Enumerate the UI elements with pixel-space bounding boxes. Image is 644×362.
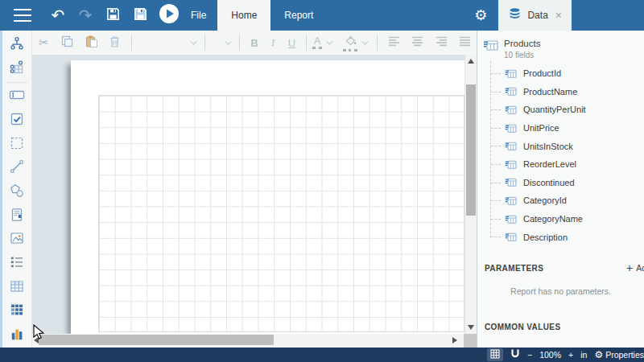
settings-gear-icon[interactable]: ⚙ xyxy=(474,6,487,24)
file-menu[interactable]: File xyxy=(191,10,206,21)
data-field-row[interactable]: CategoryId xyxy=(477,191,644,210)
common-values-section-title: COMMON VALUES xyxy=(485,323,560,331)
bold-button[interactable]: B xyxy=(245,37,263,49)
toolbox-line[interactable] xyxy=(5,156,29,180)
toolbox xyxy=(0,31,32,348)
align-right-icon xyxy=(436,35,448,50)
field-icon xyxy=(505,86,517,97)
save-as-button[interactable] xyxy=(126,0,154,31)
zoom-in-button[interactable]: + xyxy=(568,350,573,360)
data-field-row[interactable]: ProductName xyxy=(477,83,644,101)
align-center-button[interactable] xyxy=(408,32,427,53)
redo-button[interactable]: ↷ xyxy=(72,0,99,31)
field-icon xyxy=(505,159,517,170)
group-editor-button[interactable] xyxy=(5,57,29,81)
format-toolbar: ✂ B I U A xyxy=(32,31,477,55)
tablix-icon xyxy=(10,302,24,320)
data-tab-label: Data xyxy=(527,10,547,21)
snap-to-grid-toggle[interactable] xyxy=(510,348,520,362)
report-explorer-icon xyxy=(10,36,24,54)
field-icon xyxy=(505,232,517,242)
field-name: ProductId xyxy=(523,68,561,78)
main-menu-button[interactable] xyxy=(0,0,44,31)
fill-color-button[interactable] xyxy=(343,35,371,51)
properties-button[interactable]: ⚙ Properties xyxy=(594,349,644,360)
align-left-button[interactable] xyxy=(385,32,403,53)
horizontal-scrollbar[interactable] xyxy=(32,334,477,348)
data-panel-tab[interactable]: Data × xyxy=(498,0,572,31)
field-icon xyxy=(505,195,517,206)
toolbox-tablix[interactable] xyxy=(5,300,29,324)
undo-button[interactable]: ↶ xyxy=(44,0,72,31)
vertical-scroll-thumb[interactable] xyxy=(466,84,476,216)
data-field-row[interactable]: Discontinued xyxy=(477,174,644,192)
toolbox-table[interactable] xyxy=(5,276,29,300)
scroll-right-arrow[interactable] xyxy=(452,337,457,343)
delete-button[interactable] xyxy=(105,32,124,53)
toolbox-chart[interactable] xyxy=(5,323,29,348)
zoom-level-value: 100% xyxy=(539,350,561,360)
scroll-up-arrow[interactable] xyxy=(468,59,474,64)
save-button[interactable] xyxy=(99,0,126,31)
show-grid-toggle[interactable] xyxy=(487,348,503,361)
dataset-field-count: 10 fields xyxy=(504,51,540,60)
data-field-row[interactable]: ReorderLevel xyxy=(477,155,644,174)
data-field-row[interactable]: Description xyxy=(477,228,644,246)
toolbox-image[interactable] xyxy=(5,228,29,252)
design-canvas[interactable] xyxy=(32,55,477,334)
add-parameter-button[interactable]: + Add xyxy=(626,261,644,274)
tab-report[interactable]: Report xyxy=(270,0,327,31)
container-icon xyxy=(10,136,24,154)
horizontal-scroll-thumb[interactable] xyxy=(39,335,274,345)
copy-button[interactable] xyxy=(58,32,76,53)
toolbar-separator xyxy=(239,35,240,51)
dataset-node-products[interactable]: Products 10 fields xyxy=(477,31,644,63)
toolbox-checkbox[interactable] xyxy=(5,109,29,133)
design-grid[interactable] xyxy=(98,95,464,332)
field-icon xyxy=(505,214,517,224)
field-name: CategoryName xyxy=(523,214,583,224)
zoom-out-button[interactable]: − xyxy=(527,350,532,360)
grid-icon xyxy=(490,348,500,362)
data-field-row[interactable]: UnitsInStock xyxy=(477,137,644,155)
report-page[interactable] xyxy=(71,60,464,334)
data-field-row[interactable]: QuantityPerUnit xyxy=(477,101,644,119)
data-field-row[interactable]: UnitPrice xyxy=(477,119,644,138)
font-size-select[interactable] xyxy=(210,33,234,52)
hamburger-menu-icon xyxy=(14,14,31,16)
line-icon xyxy=(10,159,24,177)
close-data-tab-icon[interactable]: × xyxy=(554,9,564,22)
toolbox-container[interactable] xyxy=(5,133,29,157)
data-field-row[interactable]: ProductId xyxy=(477,64,644,83)
field-icon xyxy=(505,177,517,187)
font-family-select[interactable] xyxy=(137,33,200,52)
toolbar-separator xyxy=(131,35,132,51)
underline-button[interactable]: U xyxy=(283,37,301,49)
data-field-row[interactable]: CategoryName xyxy=(477,210,644,228)
save-as-icon xyxy=(133,6,148,25)
toolbox-list[interactable] xyxy=(5,252,29,276)
scroll-down-arrow[interactable] xyxy=(468,325,474,330)
paste-button[interactable] xyxy=(81,32,100,53)
preview-button[interactable] xyxy=(159,0,180,31)
shape-icon xyxy=(10,183,24,201)
align-right-button[interactable] xyxy=(432,32,451,53)
font-color-button[interactable]: A xyxy=(312,36,336,49)
field-icon xyxy=(505,123,517,134)
chart-icon xyxy=(10,327,24,344)
report-explorer-button[interactable] xyxy=(5,33,29,57)
toolbox-textbox[interactable] xyxy=(5,84,29,109)
toolbox-richtext[interactable] xyxy=(5,204,29,228)
play-icon xyxy=(159,3,180,27)
units-toggle[interactable]: in xyxy=(580,350,587,360)
align-justify-button[interactable] xyxy=(456,32,474,53)
plus-icon: + xyxy=(626,261,633,274)
italic-button[interactable]: I xyxy=(264,36,283,49)
tab-home[interactable]: Home xyxy=(217,0,270,31)
vertical-scrollbar[interactable] xyxy=(464,55,477,334)
cut-button[interactable]: ✂ xyxy=(35,32,53,53)
add-parameter-label: Add xyxy=(636,263,644,273)
toolbox-shape[interactable] xyxy=(5,180,29,204)
toolbox-separator xyxy=(6,82,27,83)
dataset-icon xyxy=(483,39,498,56)
